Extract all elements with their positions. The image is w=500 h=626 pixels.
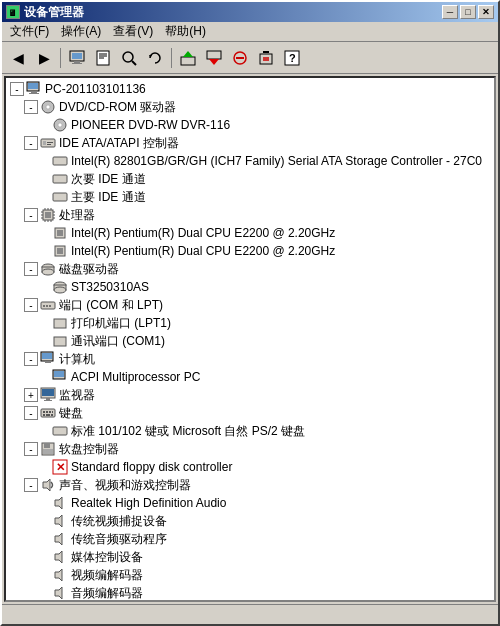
floppy-device[interactable]: ✕ Standard floppy disk controller bbox=[8, 458, 492, 476]
monitor-label: 监视器 bbox=[59, 387, 95, 404]
rollback-button[interactable] bbox=[202, 46, 226, 70]
com-icon bbox=[52, 333, 68, 349]
kbd-dev-icon bbox=[52, 423, 68, 439]
svg-rect-57 bbox=[57, 248, 63, 254]
properties-button[interactable] bbox=[91, 46, 115, 70]
audio-codec-label: 音频编解码器 bbox=[71, 585, 143, 602]
keyboard-device[interactable]: 标准 101/102 键或 Microsoft 自然 PS/2 键盘 bbox=[8, 422, 492, 440]
svg-rect-86 bbox=[51, 414, 53, 416]
svg-rect-90 bbox=[43, 449, 53, 454]
svg-rect-76 bbox=[42, 389, 54, 396]
svg-point-10 bbox=[123, 52, 133, 62]
monitor-expander[interactable]: + bbox=[24, 388, 38, 402]
computer-icon-btn[interactable] bbox=[65, 46, 89, 70]
monitor-icon bbox=[40, 387, 56, 403]
dvd-icon bbox=[40, 99, 56, 115]
dvd-expander[interactable]: - bbox=[24, 100, 38, 114]
floppy-category[interactable]: - 软盘控制器 bbox=[8, 440, 492, 458]
svg-rect-38 bbox=[53, 175, 67, 183]
audio-realtek[interactable]: Realtek High Definition Audio bbox=[8, 494, 492, 512]
audio-codec-icon bbox=[52, 585, 68, 601]
ide-icon bbox=[40, 135, 56, 151]
svg-rect-19 bbox=[260, 54, 272, 64]
cpu-icon bbox=[40, 207, 56, 223]
lpt-device[interactable]: 打印机端口 (LPT1) bbox=[8, 314, 492, 332]
svg-marker-93 bbox=[43, 479, 50, 491]
keyboard-expander[interactable]: - bbox=[24, 406, 38, 420]
lpt-icon bbox=[52, 315, 68, 331]
cpu-expander[interactable]: - bbox=[24, 208, 38, 222]
ide-secondary[interactable]: 次要 IDE 通道 bbox=[8, 170, 492, 188]
forward-button[interactable]: ▶ bbox=[32, 46, 56, 70]
root-expander[interactable]: - bbox=[10, 82, 24, 96]
ide-category[interactable]: - IDE ATA/ATAPI 控制器 bbox=[8, 134, 492, 152]
legacy-video[interactable]: 传统视频捕捉设备 bbox=[8, 512, 492, 530]
dvd-category[interactable]: - DVD/CD-ROM 驱动器 bbox=[8, 98, 492, 116]
ide-expander[interactable]: - bbox=[24, 136, 38, 150]
menu-view[interactable]: 查看(V) bbox=[107, 21, 159, 42]
audio-codec[interactable]: 音频编解码器 bbox=[8, 584, 492, 602]
disk-label: 磁盘驱动器 bbox=[59, 261, 119, 278]
title-bar-icon: 🖥 bbox=[6, 5, 20, 19]
ide-secondary-label: 次要 IDE 通道 bbox=[71, 171, 146, 188]
floppy-label: 软盘控制器 bbox=[59, 441, 119, 458]
menu-file[interactable]: 文件(F) bbox=[4, 21, 55, 42]
keyboard-icon bbox=[40, 405, 56, 421]
refresh-button[interactable] bbox=[143, 46, 167, 70]
ports-category[interactable]: - 端口 (COM 和 LPT) bbox=[8, 296, 492, 314]
disk-dev-label: ST3250310AS bbox=[71, 280, 149, 294]
computer-category[interactable]: - 计算机 bbox=[8, 350, 492, 368]
cpu2-label: Intel(R) Pentium(R) Dual CPU E2200 @ 2.2… bbox=[71, 244, 335, 258]
audio-expander[interactable]: - bbox=[24, 478, 38, 492]
scan-button[interactable] bbox=[117, 46, 141, 70]
menu-action[interactable]: 操作(A) bbox=[55, 21, 107, 42]
svg-rect-26 bbox=[28, 83, 38, 89]
ide-sec-icon bbox=[52, 171, 68, 187]
status-bar bbox=[2, 604, 498, 624]
ide-primary[interactable]: 主要 IDE 通道 bbox=[8, 188, 492, 206]
floppy-expander[interactable]: - bbox=[24, 442, 38, 456]
media-ctrl[interactable]: 媒体控制设备 bbox=[8, 548, 492, 566]
help-button[interactable]: ? bbox=[280, 46, 304, 70]
svg-rect-15 bbox=[207, 51, 221, 59]
disk-device[interactable]: ST3250310AS bbox=[8, 278, 492, 296]
back-button[interactable]: ◀ bbox=[6, 46, 30, 70]
cpu-category[interactable]: - bbox=[8, 206, 492, 224]
device-tree: - PC-201103101136 - bbox=[6, 78, 494, 602]
update-driver-button[interactable] bbox=[176, 46, 200, 70]
svg-rect-37 bbox=[53, 157, 67, 165]
computer-expander[interactable]: - bbox=[24, 352, 38, 366]
disable-button[interactable] bbox=[228, 46, 252, 70]
svg-rect-68 bbox=[54, 319, 66, 328]
audio-rt-label: Realtek High Definition Audio bbox=[71, 496, 226, 510]
disk-icon bbox=[40, 261, 56, 277]
cpu-device-1[interactable]: Intel(R) Pentium(R) Dual CPU E2200 @ 2.2… bbox=[8, 224, 492, 242]
maximize-button[interactable]: □ bbox=[460, 5, 476, 19]
keyboard-dev-label: 标准 101/102 键或 Microsoft 自然 PS/2 键盘 bbox=[71, 423, 305, 440]
dvd-label: DVD/CD-ROM 驱动器 bbox=[59, 99, 176, 116]
ports-expander[interactable]: - bbox=[24, 298, 38, 312]
close-button[interactable]: ✕ bbox=[478, 5, 494, 19]
audio-category[interactable]: - 声音、视频和游戏控制器 bbox=[8, 476, 492, 494]
cpu-device-2[interactable]: Intel(R) Pentium(R) Dual CPU E2200 @ 2.2… bbox=[8, 242, 492, 260]
disk-expander[interactable]: - bbox=[24, 262, 38, 276]
svg-rect-3 bbox=[72, 53, 82, 59]
computer-icon bbox=[26, 81, 42, 97]
monitor-category[interactable]: + 监视器 bbox=[8, 386, 492, 404]
device-tree-area[interactable]: - PC-201103101136 - bbox=[4, 76, 496, 602]
minimize-button[interactable]: ─ bbox=[442, 5, 458, 19]
acpi-device[interactable]: ACPI Multiprocessor PC bbox=[8, 368, 492, 386]
dvd-device[interactable]: PIONEER DVD-RW DVR-116 bbox=[8, 116, 492, 134]
disk-category[interactable]: - 磁盘驱动器 bbox=[8, 260, 492, 278]
audio-label: 声音、视频和游戏控制器 bbox=[59, 477, 191, 494]
svg-rect-89 bbox=[44, 443, 50, 448]
uninstall-button[interactable] bbox=[254, 46, 278, 70]
menu-help[interactable]: 帮助(H) bbox=[159, 21, 212, 42]
svg-rect-13 bbox=[181, 57, 195, 65]
video-codec[interactable]: 视频编解码器 bbox=[8, 566, 492, 584]
com-device[interactable]: 通讯端口 (COM1) bbox=[8, 332, 492, 350]
legacy-audio[interactable]: 传统音频驱动程序 bbox=[8, 530, 492, 548]
keyboard-category[interactable]: - 键盘 bbox=[8, 404, 492, 422]
tree-root[interactable]: - PC-201103101136 bbox=[8, 80, 492, 98]
ide-controller[interactable]: Intel(R) 82801GB/GR/GH (ICH7 Family) Ser… bbox=[8, 152, 492, 170]
